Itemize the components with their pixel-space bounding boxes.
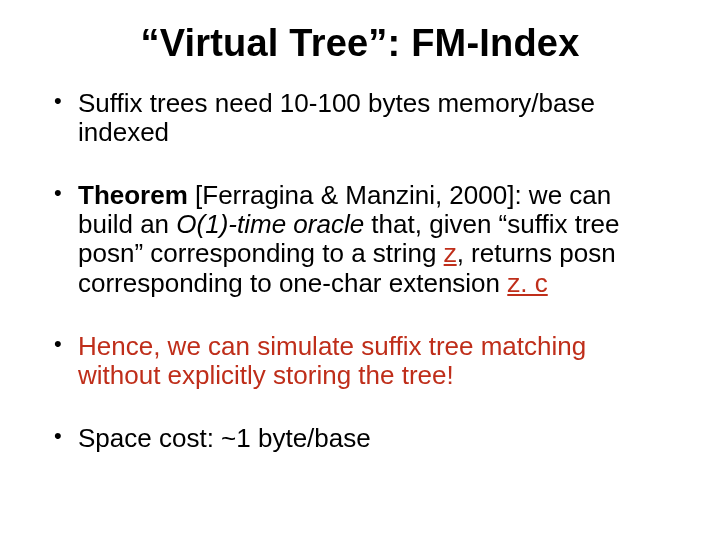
var-z: z	[444, 238, 457, 268]
bullet-4-text: Space cost: ~1 byte/base	[78, 423, 371, 453]
bullet-list: Suffix trees need 10-100 bytes memory/ba…	[50, 89, 670, 453]
bullet-1: Suffix trees need 10-100 bytes memory/ba…	[50, 89, 670, 147]
bullet-1-text: Suffix trees need 10-100 bytes memory/ba…	[78, 88, 595, 147]
bullet-3-text: Hence, we can simulate suffix tree match…	[78, 331, 586, 390]
bullet-3: Hence, we can simulate suffix tree match…	[50, 332, 670, 390]
bullet-2: Theorem [Ferragina & Manzini, 2000]: we …	[50, 181, 670, 297]
oracle-phrase: O(1)-time oracle	[176, 209, 364, 239]
var-zc: z. c	[507, 268, 547, 298]
slide: “Virtual Tree”: FM-Index Suffix trees ne…	[0, 0, 720, 540]
bullet-4: Space cost: ~1 byte/base	[50, 424, 670, 453]
theorem-label: Theorem	[78, 180, 188, 210]
slide-title: “Virtual Tree”: FM-Index	[50, 22, 670, 65]
